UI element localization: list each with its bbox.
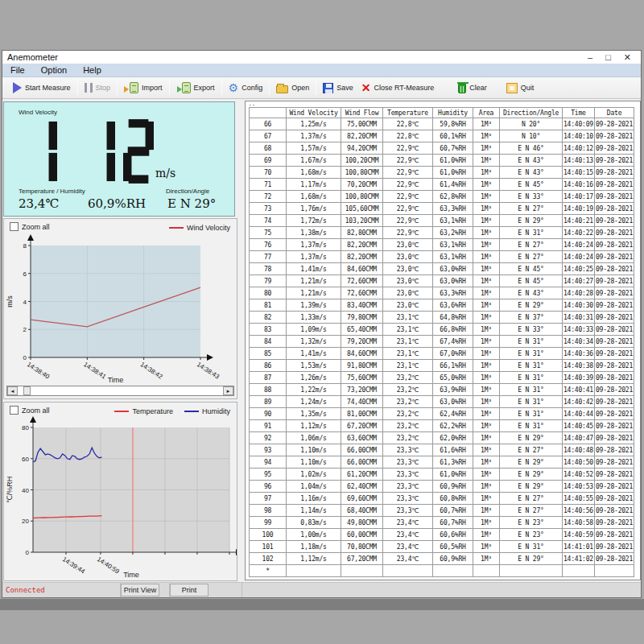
table-cell[interactable]: 09-28-2021 [594,360,634,372]
table-cell[interactable]: 09-28-2021 [594,348,634,360]
table-cell[interactable]: 78 [250,263,287,275]
table-cell[interactable]: 1M³ [473,179,500,191]
table-cell[interactable]: 67,20CMM [341,420,383,432]
clear-button[interactable]: Clear [454,80,491,95]
table-cell[interactable]: 23,3℃ [383,481,433,493]
table-cell[interactable]: 14:40:52 [563,469,595,481]
table-cell[interactable]: 66 [250,118,287,130]
open-button[interactable]: Open [272,81,313,95]
table-cell[interactable]: 1,41m/s [287,348,341,360]
table-cell[interactable]: 1M³ [473,505,500,517]
table-cell[interactable]: 1M³ [473,432,500,444]
table-cell[interactable]: 1M³ [473,167,500,179]
table-cell[interactable]: 95 [250,469,287,481]
table-cell[interactable]: 23,4℃ [383,541,433,553]
table-cell[interactable]: 1,18m/s [287,541,341,553]
table-cell[interactable]: 1M³ [473,384,500,396]
table-cell[interactable]: 1,37m/s [287,239,341,251]
table-row[interactable]: 981,14m/s68,40CMM23,3℃60,7%RH1M³E N 27°1… [250,505,634,517]
table-cell[interactable]: E N 31° [500,420,563,432]
table-cell[interactable]: 63,6%RH [433,299,473,312]
table-cell[interactable]: 72,60CMM [341,287,383,299]
table-new-row[interactable]: * [250,565,634,577]
table-cell[interactable]: E N 46° [500,142,563,155]
table-cell[interactable]: 14:40:10 [563,130,595,142]
table-cell[interactable]: 09-28-2021 [594,408,634,420]
table-cell[interactable]: 23,1℃ [383,360,433,372]
table-cell[interactable]: E N 23° [500,529,563,541]
table-cell[interactable]: 75 [250,227,287,239]
close-icon[interactable]: ✕ [624,52,631,63]
table-cell[interactable]: 84 [250,336,287,348]
table-cell[interactable]: 14:40:30 [563,299,595,312]
table-cell[interactable]: 22,9℃ [383,215,433,227]
table-cell[interactable]: 23,0℃ [383,263,433,275]
table-cell[interactable]: 1M³ [473,239,500,251]
table-cell[interactable]: 60,9%RH [433,553,473,565]
table-cell[interactable]: 22,8℃ [383,118,433,130]
table-cell[interactable]: 69 [250,155,287,167]
table-cell[interactable]: 82 [250,312,287,324]
table-cell[interactable]: 1M³ [473,215,500,227]
table-cell[interactable]: 72 [250,191,287,203]
table-cell[interactable]: 14:40:55 [563,493,595,505]
table-cell[interactable]: 91 [250,420,287,432]
table-cell[interactable]: 82,80CMM [341,227,383,239]
table-cell[interactable]: 73,20CMM [341,384,383,396]
table-cell[interactable]: 66,1%RH [433,360,473,372]
table-cell[interactable] [500,565,563,577]
table-cell[interactable] [433,565,473,577]
table-cell[interactable]: 09-28-2021 [594,336,634,348]
table-cell[interactable]: 14:40:19 [563,203,595,215]
table-cell[interactable]: 77 [250,251,287,263]
table-cell[interactable]: E N 31° [500,384,563,396]
table-cell[interactable]: 99 [250,517,287,529]
table-cell[interactable]: 74 [250,215,287,227]
table-cell[interactable]: 14:40:17 [563,191,595,203]
table-cell[interactable]: 14:40:16 [563,179,595,191]
table-cell[interactable]: 69,60CMM [341,493,383,505]
table-cell[interactable]: 14:40:15 [563,167,595,179]
table-cell[interactable]: 23,2℃ [383,420,433,432]
table-cell[interactable]: 1,22m/s [287,384,341,396]
table-cell[interactable]: 1,12m/s [287,420,341,432]
table-cell[interactable]: 14:40:21 [563,215,595,227]
table-cell[interactable]: 83,40CMM [341,299,383,312]
table-cell[interactable]: 79,20CMM [341,336,383,348]
column-header[interactable]: Area [473,108,500,118]
column-header[interactable]: Wind Flow [341,108,383,118]
table-cell[interactable]: 23,3℃ [383,505,433,517]
table-cell[interactable]: 1M³ [473,191,500,203]
table-cell[interactable]: E N 23° [500,517,563,529]
table-cell[interactable]: 1,16m/s [287,493,341,505]
table-cell[interactable]: 14:41:01 [563,541,595,553]
table-cell[interactable]: 14:40:24 [563,251,595,263]
table-row[interactable]: 821,33m/s79,80CMM23,1℃64,8%RH1M³E N 37°1… [250,312,634,324]
table-cell[interactable]: 14:40:47 [563,432,595,444]
table-cell[interactable]: 09-28-2021 [594,444,634,456]
table-cell[interactable]: 1,00m/s [287,529,341,541]
table-cell[interactable]: E N 43° [500,155,563,167]
table-cell[interactable]: 09-28-2021 [594,541,634,553]
table-cell[interactable]: E N 27° [500,239,563,251]
table-cell[interactable]: 09-28-2021 [594,469,634,481]
table-cell[interactable]: 22,9℃ [383,179,433,191]
table-cell[interactable]: 09-28-2021 [594,299,634,312]
table-cell[interactable]: 49,80CMM [341,517,383,529]
table-row[interactable]: 711,17m/s70,20CMM22,9℃61,4%RH1M³E N 45°1… [250,179,634,191]
table-cell[interactable]: 66,00CMM [341,456,383,469]
table-cell[interactable]: 14:40:25 [563,263,595,275]
table-cell[interactable]: 1,72m/s [287,215,341,227]
table-cell[interactable]: 67,4%RH [433,336,473,348]
table-cell[interactable]: 14:40:44 [563,408,595,420]
table-cell[interactable]: 23,4℃ [383,553,433,565]
table-cell[interactable]: 100 [250,529,287,541]
table-cell[interactable]: 68,40CMM [341,505,383,517]
table-cell[interactable]: 79 [250,275,287,287]
table-cell[interactable]: E N 29° [500,553,563,565]
table-cell[interactable]: 09-28-2021 [594,553,634,565]
table-cell[interactable]: 67,20CMM [341,553,383,565]
table-cell[interactable]: 1,09m/s [287,324,341,336]
table-cell[interactable]: 23,0℃ [383,239,433,251]
table-cell[interactable]: 1,24m/s [287,396,341,408]
